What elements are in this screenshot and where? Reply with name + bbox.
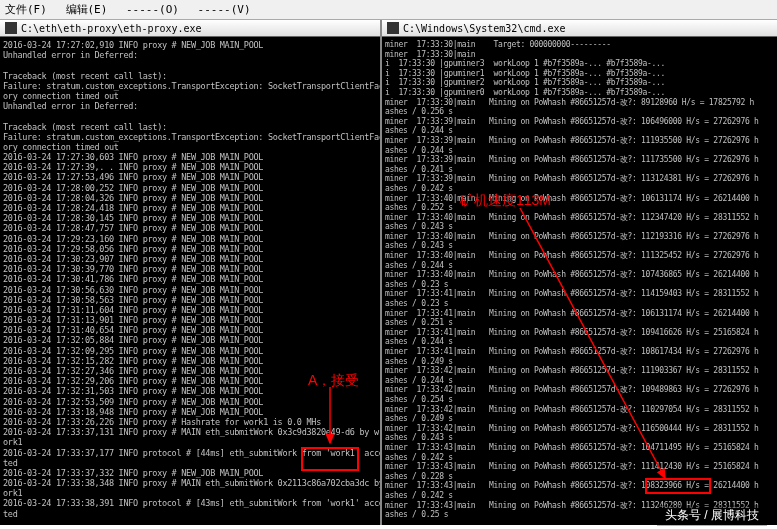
right-title: C:\Windows\System32\cmd.exe	[403, 23, 566, 34]
cmd-icon	[387, 22, 399, 34]
cmd-icon	[5, 22, 17, 34]
menu-bar[interactable]: 文件(F) 编辑(E) -----(O) -----(V)	[0, 0, 777, 20]
watermark: 头条号 / 展博科技	[657, 505, 767, 526]
left-titlebar[interactable]: C:\eth\eth-proxy\eth-proxy.exe	[0, 20, 380, 37]
highlight-box-hashrate	[645, 478, 711, 494]
right-titlebar[interactable]: C:\Windows\System32\cmd.exe	[382, 20, 777, 37]
right-console-output[interactable]: miner 17:33:30|main Target: 000000000---…	[382, 37, 777, 523]
highlight-box-accept	[301, 447, 359, 471]
menu-edit[interactable]: 编辑(E)	[66, 3, 108, 16]
right-console-window: C:\Windows\System32\cmd.exe miner 17:33:…	[382, 20, 777, 525]
menu-view[interactable]: -----(V)	[198, 3, 251, 16]
left-title: C:\eth\eth-proxy\eth-proxy.exe	[21, 23, 202, 34]
menu-opt[interactable]: -----(O)	[126, 3, 179, 16]
menu-file[interactable]: 文件(F)	[5, 3, 47, 16]
